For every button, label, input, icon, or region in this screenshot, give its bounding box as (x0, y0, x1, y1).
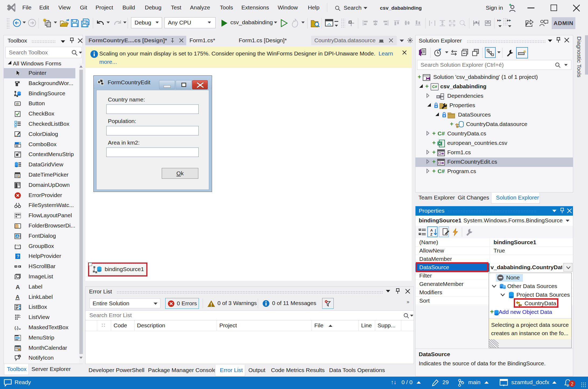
svg-text:(.): (.) (15, 325, 18, 330)
svg-text:ab: ab (16, 102, 19, 105)
svg-text:?: ? (17, 254, 19, 259)
svg-text:Z: Z (430, 232, 432, 236)
svg-text:xy: xy (16, 244, 19, 247)
svg-text:*: * (431, 21, 432, 26)
svg-text:A: A (16, 284, 20, 290)
svg-text:2: 2 (19, 355, 20, 358)
svg-text:A: A (16, 294, 19, 300)
svg-text:A: A (430, 228, 433, 232)
svg-text:A: A (16, 234, 18, 238)
